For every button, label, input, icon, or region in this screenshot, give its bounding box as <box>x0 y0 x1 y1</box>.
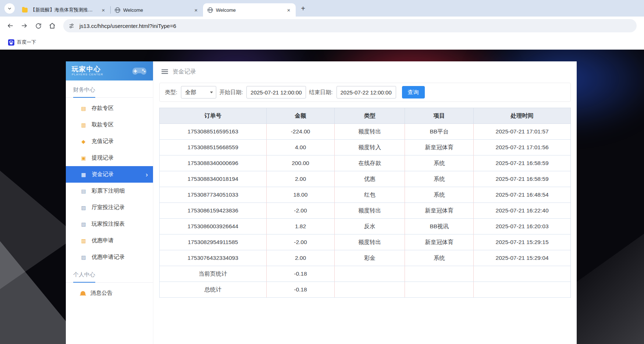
sidebar-section-title: 财务中心 <box>66 80 153 98</box>
sidebar: 玩家中心 PLAYERS CENTER 财务中心▤存款专区▥取款专区◆充值记录▣… <box>66 61 153 344</box>
table-row: 17530883400181942.00优惠系统2025-07-21 16:58… <box>160 171 571 187</box>
table-cell: 彩金 <box>335 250 405 266</box>
summary-row: 当前页统计-0.18 <box>160 266 571 282</box>
table-cell: 2025-07-21 16:48:54 <box>474 187 571 203</box>
main-area: 资金记录 类型: 全部 开始日期: 结束日期: 查询 订单号金额类型项目处理时间… <box>153 61 577 344</box>
start-date-input[interactable] <box>246 86 306 98</box>
tab-strip: 【新提醒】海燕体育预测推荐区×Welcome×Welcome× + <box>0 0 644 17</box>
tab-title: Welcome <box>123 7 190 13</box>
web-page: 玩家中心 PLAYERS CENTER 财务中心▤存款专区▥取款专区◆充值记录▣… <box>0 50 644 344</box>
tab-close-icon[interactable]: × <box>193 7 199 13</box>
type-select-value: 全部 <box>185 89 196 96</box>
funds-records-icon: ▦ <box>81 172 86 177</box>
players-center-title: 玩家中心 <box>72 66 103 73</box>
table-cell: 2025-07-21 17:01:56 <box>474 140 571 155</box>
tab-list: 【新提醒】海燕体育预测推荐区×Welcome×Welcome× <box>18 0 296 17</box>
table-cell: 2025-07-21 15:29:15 <box>474 234 571 250</box>
sidebar-item-label: 优惠申请记录 <box>92 254 125 261</box>
folder-icon <box>22 8 28 12</box>
sidebar-item[interactable]: ▥取款专区 <box>66 117 153 133</box>
table-cell: 系统 <box>405 171 474 187</box>
query-button[interactable]: 查询 <box>402 86 425 98</box>
table-cell: 优惠 <box>335 171 405 187</box>
browser-tab[interactable]: 【新提醒】海燕体育预测推荐区× <box>18 3 110 17</box>
sidebar-item-label: 提现记录 <box>92 154 114 161</box>
end-date-input[interactable] <box>337 86 396 98</box>
sidebar-item-label: 充值记录 <box>92 138 114 145</box>
gamepad-icon <box>131 66 148 76</box>
table-cell: 在线存款 <box>335 155 405 171</box>
browser-toolbar: js13.cc/hhcp/usercenter.html?iniType=6 <box>0 17 644 35</box>
sidebar-item[interactable]: ▨厅室投注记录 <box>66 199 153 216</box>
bookmarks-bar: 百度一下 <box>0 35 644 50</box>
filter-bar: 类型: 全部 开始日期: 结束日期: 查询 <box>159 83 571 102</box>
home-button[interactable] <box>46 19 59 32</box>
table-cell: 2.00 <box>266 171 335 187</box>
table-cell: 1753076432334093 <box>160 250 267 266</box>
bookmark-label: 百度一下 <box>17 39 36 46</box>
sidebar-item[interactable]: ◆充值记录 <box>66 133 153 150</box>
table-cell: 新皇冠体育 <box>405 203 474 219</box>
column-header: 金额 <box>266 108 335 124</box>
table-cell: 2025-07-21 16:58:59 <box>474 171 571 187</box>
table-row: 175308773405103318.00红包系统2025-07-21 16:4… <box>160 187 571 203</box>
globe-icon <box>115 7 120 13</box>
reload-button[interactable] <box>32 19 45 32</box>
sidebar-item[interactable]: ▨优惠申请记录 <box>66 249 153 265</box>
sidebar-item[interactable]: ▤彩票下注明细 <box>66 183 153 199</box>
table-cell: 1753087734051033 <box>160 187 267 203</box>
table-cell: 2025-07-21 15:29:04 <box>474 250 571 266</box>
home-icon <box>49 22 56 29</box>
sidebar-item-label: 存款专区 <box>92 105 114 112</box>
tab-search-button[interactable] <box>4 3 15 14</box>
table-row: 1753088340000696200.00在线存款系统2025-07-21 1… <box>160 155 571 171</box>
bell-icon <box>81 291 85 295</box>
sidebar-item[interactable]: ▤存款专区 <box>66 100 153 117</box>
browser-window: 【新提醒】海燕体育预测推荐区×Welcome×Welcome× + js13.c… <box>0 0 644 344</box>
forward-button[interactable] <box>18 19 31 32</box>
bookmark-baidu[interactable]: 百度一下 <box>5 37 39 47</box>
menu-toggle-icon[interactable] <box>161 69 168 74</box>
sidebar-item[interactable]: ▧玩家投注报表 <box>66 216 153 232</box>
recharge-records-icon: ◆ <box>81 139 86 144</box>
caret-down-icon <box>210 92 213 93</box>
table-cell: -2.00 <box>266 234 335 250</box>
sidebar-section-title: 个人中心 <box>66 265 153 283</box>
table-cell: -0.18 <box>266 282 335 298</box>
promo-apply-records-icon: ▨ <box>81 255 86 260</box>
sidebar-item[interactable]: 消息公告 <box>66 285 153 301</box>
type-label: 类型: <box>165 89 177 96</box>
address-bar[interactable]: js13.cc/hhcp/usercenter.html?iniType=6 <box>63 19 637 32</box>
table-cell: BB视讯 <box>405 219 474 234</box>
browser-tab[interactable]: Welcome× <box>110 3 203 17</box>
table-cell: -0.18 <box>266 266 335 282</box>
chevron-right-icon: › <box>146 171 148 178</box>
chevron-down-icon <box>7 6 12 11</box>
back-button[interactable] <box>4 19 17 32</box>
table-cell <box>405 266 474 282</box>
table-cell: 1753086159423836 <box>160 203 267 219</box>
sidebar-item[interactable]: ▣提现记录 <box>66 150 153 166</box>
sidebar-item-label: 资金记录 <box>92 171 114 178</box>
sidebar-item[interactable]: ▦资金记录› <box>66 166 153 183</box>
table-cell <box>405 282 474 298</box>
type-select[interactable]: 全部 <box>181 86 216 98</box>
table-cell: 1753088340000696 <box>160 155 267 171</box>
table-cell: 反水 <box>335 219 405 234</box>
table-header-row: 订单号金额类型项目处理时间 <box>160 108 571 124</box>
baidu-icon <box>8 39 14 46</box>
site-settings-icon[interactable] <box>66 21 77 31</box>
table-cell: 系统 <box>405 250 474 266</box>
table-cell: 2025-07-21 16:58:59 <box>474 155 571 171</box>
sidebar-item-label: 消息公告 <box>90 290 113 297</box>
tab-close-icon[interactable]: × <box>100 7 107 13</box>
tab-close-icon[interactable]: × <box>285 7 292 13</box>
sidebar-item[interactable]: ▥优惠申请 <box>66 232 153 249</box>
start-date-label: 开始日期: <box>219 89 243 96</box>
new-tab-button[interactable]: + <box>298 3 308 14</box>
table-cell: 系统 <box>405 187 474 203</box>
table-row: 1753082954911585-2.00额度转出新皇冠体育2025-07-21… <box>160 234 571 250</box>
table-cell: 18.00 <box>266 187 335 203</box>
browser-tab[interactable]: Welcome× <box>203 3 296 17</box>
players-center-subtitle: PLAYERS CENTER <box>72 73 103 76</box>
